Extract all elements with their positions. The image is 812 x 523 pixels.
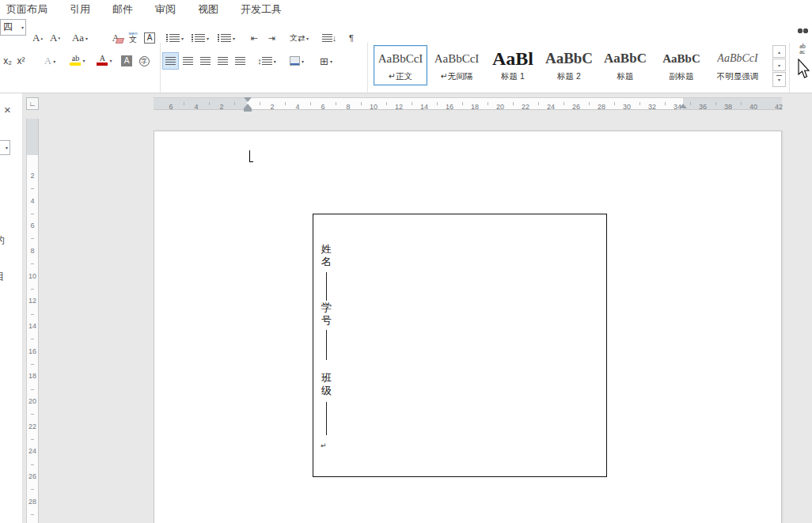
ruler-number: 8 [336,101,361,112]
tab-developer[interactable]: 开发工具 [241,2,282,17]
superscript-icon: x² [17,55,25,66]
ruler-number: 6 [158,101,184,112]
numbering-button[interactable]: ▾ [188,29,212,47]
multilevel-list-button[interactable]: ▾ [214,29,239,47]
styles-scroll-down-button[interactable]: ▾ [772,59,786,71]
justify-button[interactable] [214,52,231,70]
asian-layout-icon: 文 [290,32,298,44]
cover-frame[interactable]: 姓名 学号 班级 ↵ [313,214,607,477]
down-caret-icon: ▾ [58,36,60,40]
chevron-down-icon: ▾ [330,59,332,64]
character-border-button[interactable]: A [142,29,157,47]
ruler-number: 10 [27,263,38,289]
font-size-value: 四 [3,21,13,34]
tab-review[interactable]: 审阅 [155,2,176,17]
tab-page-layout[interactable]: 页面布局 [6,2,47,17]
borders-button[interactable]: ⊞ ▾ [313,52,339,70]
ruler-number: 26 [563,101,589,112]
clear-formatting-button[interactable]: A [108,29,123,47]
replace-bottom-text: ac [799,49,806,55]
pane-dropdown[interactable]: ▾ [0,140,10,155]
select-button[interactable] [795,57,810,79]
ruler-number: 20 [488,101,513,112]
text-effects-button[interactable]: A ▾ [40,52,60,70]
ruler-number: 18 [27,364,38,389]
ruler-number: 28 [589,101,614,112]
style-card-title[interactable]: AaBbC 标题 [598,45,652,85]
align-center-button[interactable] [180,52,196,70]
change-case-button[interactable]: Aa ▾ [68,29,92,47]
style-card-no-spacing[interactable]: AaBbCcI ↵无间隔 [430,45,484,85]
ruler-number: 26 [27,464,38,489]
chevron-down-icon: ▾ [109,58,112,63]
replace-button[interactable]: ab ac [795,42,810,56]
pane-close-button[interactable]: × [4,104,11,116]
superscript-button[interactable]: x² [14,52,28,70]
numbering-icon [192,34,193,42]
binoculars-icon [797,27,809,35]
left-indent-marker[interactable] [244,108,252,112]
align-right-button[interactable] [197,52,214,70]
align-left-button[interactable] [162,52,179,70]
document-page[interactable]: 姓名 学号 班级 ↵ [154,131,782,523]
ruler-number: 4 [27,188,38,214]
styles-scroll-up-button[interactable]: ▴ [772,45,786,58]
style-card-heading1[interactable]: AaBl 标题 1 [486,45,540,85]
enclose-character-icon: 字 [139,56,150,66]
style-card-subtitle[interactable]: AaBbC 副标题 [655,45,708,85]
character-shading-button[interactable]: A [119,52,135,70]
bullets-button[interactable]: ▾ [163,29,187,47]
subscript-button[interactable]: x₂ [1,52,14,70]
tab-references[interactable]: 引用 [70,2,90,17]
chevron-down-icon: ▾ [181,36,184,41]
tab-selector[interactable]: ∟ [26,97,39,110]
ruler-number: 14 [412,101,437,112]
shrink-font-button[interactable]: A▾ [47,29,63,47]
increase-indent-button[interactable]: ⇥ [264,29,279,47]
style-name: ↵正文 [389,71,412,82]
tab-view[interactable]: 视图 [198,2,218,17]
line-spacing-button[interactable]: ↕ ▾ [253,52,280,70]
text-cursor [249,150,254,162]
font-size-combo[interactable]: 四 ▾ [0,19,26,36]
field-label-name[interactable]: 姓名 [321,243,333,268]
align-left-icon [165,57,176,65]
sort-arrow-icon: ↓ [332,33,337,43]
character-shading-icon: A [121,55,132,66]
grow-font-icon: A [32,32,40,44]
font-color-button[interactable]: A ▾ [93,51,116,69]
right-indent-marker[interactable] [679,104,687,108]
style-card-heading2[interactable]: AaBbC 标题 2 [542,45,596,85]
ruler-number: 30 [614,101,639,112]
style-preview: AaBbCcI [378,46,423,71]
vertical-ruler[interactable]: 246810121416182022242628 [26,119,39,523]
phonetic-guide-icon: wén 文 [128,31,137,44]
decrease-indent-button[interactable]: ⇤ [246,29,262,47]
find-button[interactable] [795,22,810,40]
phonetic-guide-button[interactable]: wén 文 [125,28,141,46]
enclose-characters-button[interactable]: 字 [136,52,152,70]
ruler-number: 6 [310,101,336,112]
pilcrow-icon: ¶ [349,33,354,43]
show-hide-marks-button[interactable]: ¶ [343,29,359,47]
tab-mailings[interactable]: 邮件 [112,2,133,17]
first-line-indent-marker[interactable] [244,97,252,102]
distribute-button[interactable] [232,52,249,70]
shading-button[interactable]: ▾ [285,52,309,70]
asian-layout-button[interactable]: 文 ⇄ ▾ [285,29,313,47]
line-spacing-lines-icon [262,57,272,65]
style-preview: AaBbCcI [717,46,757,71]
grow-font-button[interactable]: A▴ [29,29,46,47]
list-lines-icon [169,34,180,42]
sort-button[interactable]: ↓ [318,29,340,47]
style-card-normal[interactable]: AaBbCcI ↵正文 [374,45,427,85]
ruler-number: 8 [27,238,38,263]
chevron-down-icon: ▾ [21,25,25,30]
text-highlight-button[interactable]: ab ▾ [66,51,89,69]
styles-gallery-more-button[interactable]: ▾ [772,72,786,87]
field-label-class[interactable]: 班级 [321,372,333,397]
style-name: 副标题 [669,71,694,82]
field-label-student-id[interactable]: 学号 [321,301,333,327]
style-card-subtle-emphasis[interactable]: AaBbCcI 不明显强调 [711,45,765,85]
ruler-number: 14 [27,313,38,339]
